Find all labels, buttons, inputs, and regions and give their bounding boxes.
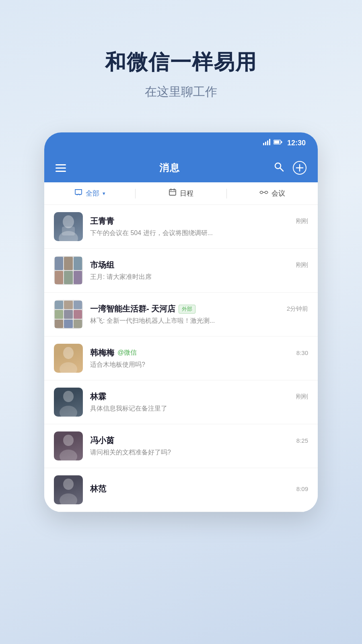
- chat-name-hmm: 韩梅梅: [90, 347, 114, 358]
- chat-item-hmm[interactable]: 韩梅梅 @微信 8:30 适合木地板使用吗?: [44, 336, 318, 380]
- svg-point-19: [63, 347, 74, 359]
- chat-name-ywan: 一湾智能生活群- 天河店: [90, 303, 175, 314]
- nav-bar: 消息: [44, 153, 318, 182]
- chat-time-hmm: 8:30: [296, 349, 308, 356]
- chat-name-row-lf: 林范: [90, 483, 106, 494]
- chat-name-row-scz: 市场组: [90, 260, 114, 270]
- meeting-filter-icon: [259, 189, 268, 198]
- chat-content-ls: 林霖 刚刚 具体信息我标记在备注里了: [90, 391, 308, 413]
- external-tag-ywan: 外部: [179, 305, 195, 314]
- chat-header-fxy: 冯小茵 8:25: [90, 435, 308, 446]
- chat-name-row-wqq: 王青青: [90, 216, 114, 227]
- status-time: 12:30: [287, 139, 306, 147]
- svg-rect-0: [263, 143, 264, 145]
- svg-rect-2: [267, 140, 268, 145]
- chat-header-wqq: 王青青 刚刚: [90, 216, 308, 227]
- chat-time-lf: 8:09: [296, 485, 308, 492]
- menu-button[interactable]: [56, 164, 66, 172]
- chat-list: 王青青 刚刚 下午的会议在 504 进行，会议将围绕调研...: [44, 205, 318, 512]
- avatar-fxy: [54, 431, 83, 460]
- chat-name-wqq: 王青青: [90, 216, 114, 227]
- svg-point-16: [63, 215, 74, 228]
- svg-point-24: [60, 450, 77, 460]
- chat-item-scz[interactable]: 市场组 刚刚 王月: 请大家准时出席: [44, 249, 318, 293]
- chat-item-lf[interactable]: 林范 8:09: [44, 468, 318, 512]
- chat-time-scz: 刚刚: [296, 261, 308, 269]
- chat-preview-ywan: 林飞: 全新一代扫地机器人上市啦！激光测...: [90, 317, 259, 325]
- svg-rect-1: [265, 142, 266, 145]
- svg-rect-3: [269, 139, 270, 145]
- nav-actions: [274, 161, 306, 175]
- chat-name-row-hmm: 韩梅梅 @微信: [90, 347, 137, 358]
- search-button[interactable]: [274, 161, 284, 174]
- avatar-wqq: [54, 212, 83, 241]
- chat-time-fxy: 8:25: [296, 437, 308, 444]
- svg-point-20: [60, 362, 77, 373]
- avatar-ls: [54, 388, 83, 417]
- chat-item-wqq[interactable]: 王青青 刚刚 下午的会议在 504 进行，会议将围绕调研...: [44, 205, 318, 249]
- nav-title: 消息: [159, 161, 180, 174]
- chat-name-fxy: 冯小茵: [90, 435, 114, 446]
- avatar-scz: [54, 256, 83, 285]
- avatar-lf: [54, 475, 83, 504]
- chat-header-ywan: 一湾智能生活群- 天河店 外部 2分钟前: [90, 303, 308, 314]
- chat-preview-scz: 王月: 请大家准时出席: [90, 273, 259, 281]
- chat-name-ls: 林霖: [90, 391, 106, 402]
- chat-preview-fxy: 请问相关的文档准备好了吗?: [90, 448, 259, 457]
- chat-content-hmm: 韩梅梅 @微信 8:30 适合木地板使用吗?: [90, 347, 308, 369]
- filter-meeting-label: 会议: [272, 189, 285, 198]
- chat-preview-wqq: 下午的会议在 504 进行，会议将围绕调研...: [90, 229, 259, 237]
- chat-time-wqq: 刚刚: [296, 217, 308, 225]
- battery-icon: [274, 139, 282, 147]
- chat-header-lf: 林范 8:09: [90, 483, 308, 494]
- filter-schedule-label: 日程: [180, 189, 193, 198]
- svg-rect-18: [62, 227, 75, 235]
- svg-point-26: [60, 493, 77, 504]
- chat-header-ls: 林霖 刚刚: [90, 391, 308, 402]
- chat-content-scz: 市场组 刚刚 王月: 请大家准时出席: [90, 260, 308, 281]
- chat-item-ls[interactable]: 林霖 刚刚 具体信息我标记在备注里了: [44, 380, 318, 424]
- chat-preview-ls: 具体信息我标记在备注里了: [90, 405, 259, 413]
- svg-point-21: [63, 391, 74, 402]
- chat-name-row-fxy: 冯小茵: [90, 435, 114, 446]
- chat-item-fxy[interactable]: 冯小茵 8:25 请问相关的文档准备好了吗?: [44, 424, 318, 468]
- chat-time-ls: 刚刚: [296, 393, 308, 400]
- chat-content-wqq: 王青青 刚刚 下午的会议在 504 进行，会议将围绕调研...: [90, 216, 308, 237]
- hero-subtitle: 在这里聊工作: [105, 84, 257, 100]
- svg-point-22: [60, 406, 77, 417]
- calendar-filter-icon: [169, 188, 177, 198]
- hero-section: 和微信一样易用 在这里聊工作: [105, 48, 257, 100]
- hero-title: 和微信一样易用: [105, 48, 257, 76]
- chat-header-hmm: 韩梅梅 @微信 8:30: [90, 347, 308, 358]
- svg-line-8: [280, 168, 284, 171]
- signal-icon: [263, 139, 270, 147]
- filter-bar: 全部 ▾ 日程 会议: [44, 182, 318, 205]
- chat-item-ywan[interactable]: 一湾智能生活群- 天河店 外部 2分钟前 林飞: 全新一代扫地机器人上市啦！激光…: [44, 293, 318, 336]
- avatar-ywan: [54, 300, 83, 329]
- status-bar: 12:30: [44, 132, 318, 153]
- filter-all[interactable]: 全部 ▾: [44, 182, 135, 204]
- chat-name-scz: 市场组: [90, 260, 114, 270]
- svg-point-25: [63, 479, 74, 490]
- svg-rect-6: [281, 141, 282, 143]
- chat-content-ywan: 一湾智能生活群- 天河店 外部 2分钟前 林飞: 全新一代扫地机器人上市啦！激光…: [90, 303, 308, 325]
- chat-name-row-ls: 林霖: [90, 391, 106, 402]
- add-button[interactable]: [293, 161, 306, 175]
- chat-name-row-ywan: 一湾智能生活群- 天河店 外部: [90, 303, 195, 314]
- status-icons: 12:30: [263, 139, 306, 147]
- svg-rect-5: [274, 141, 279, 144]
- chat-content-lf: 林范 8:09: [90, 483, 308, 497]
- filter-all-label: 全部: [86, 189, 99, 198]
- wechat-tag-hmm: @微信: [117, 349, 137, 357]
- chat-content-fxy: 冯小茵 8:25 请问相关的文档准备好了吗?: [90, 435, 308, 457]
- svg-rect-11: [169, 190, 176, 195]
- filter-schedule[interactable]: 日程: [136, 182, 226, 204]
- svg-point-23: [63, 435, 74, 446]
- filter-meeting[interactable]: 会议: [227, 182, 318, 204]
- chat-filter-icon: [74, 188, 82, 198]
- chat-preview-hmm: 适合木地板使用吗?: [90, 361, 259, 369]
- chat-time-ywan: 2分钟前: [287, 305, 308, 313]
- chat-header-scz: 市场组 刚刚: [90, 260, 308, 270]
- phone-mockup: 12:30 消息: [44, 132, 318, 512]
- avatar-hmm: [54, 344, 83, 373]
